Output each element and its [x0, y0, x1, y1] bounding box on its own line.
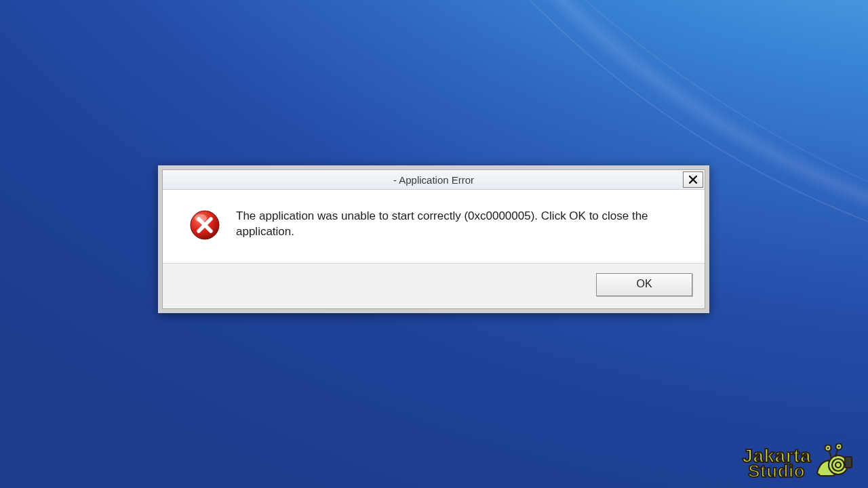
dialog-body: The application was unable to start corr…: [163, 190, 705, 264]
ok-button[interactable]: OK: [596, 273, 692, 296]
error-message: The application was unable to start corr…: [236, 209, 670, 240]
dialog-footer: OK: [163, 264, 705, 308]
close-button[interactable]: [683, 171, 703, 188]
dialog-title: - Application Error: [163, 174, 705, 186]
dialog-titlebar[interactable]: - Application Error: [163, 170, 705, 190]
close-icon: [689, 176, 697, 184]
error-icon: [189, 209, 221, 244]
error-dialog: - Application Error: [158, 165, 709, 313]
